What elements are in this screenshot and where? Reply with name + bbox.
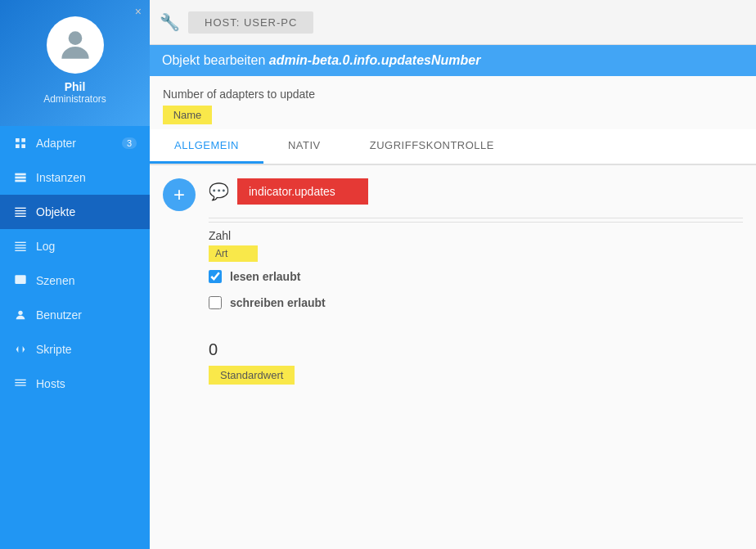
- zahl-label: Zahl: [209, 229, 743, 242]
- sidebar-item-skripte[interactable]: Skripte: [0, 332, 150, 367]
- content-area: Number of adapters to update Name ALLGEM…: [150, 76, 756, 549]
- art-label: Art: [209, 245, 258, 262]
- svg-rect-15: [15, 250, 25, 251]
- svg-rect-11: [15, 216, 25, 217]
- svg-rect-4: [21, 144, 25, 148]
- form-area: + 💬 indicator.updates Zahl Art lesen erl…: [150, 165, 756, 404]
- sidebar-label-instanzen: Instanzen: [36, 171, 86, 184]
- name-label: Name: [163, 106, 212, 124]
- add-button[interactable]: +: [163, 178, 196, 211]
- write-label: schreiben erlaubt: [230, 296, 326, 309]
- sidebar-item-log[interactable]: Log: [0, 229, 150, 263]
- skripte-icon: [13, 342, 28, 357]
- svg-rect-18: [15, 380, 25, 380]
- read-label: lesen erlaubt: [230, 270, 300, 283]
- standardwert-label: Standardwert: [209, 366, 295, 385]
- tab-nativ[interactable]: NATIV: [263, 129, 345, 164]
- svg-rect-1: [16, 138, 20, 142]
- sidebar-item-hosts[interactable]: Hosts: [0, 367, 150, 401]
- wrench-icon: 🔧: [160, 12, 180, 32]
- svg-rect-2: [21, 138, 25, 142]
- svg-rect-14: [15, 247, 25, 248]
- divider: [209, 218, 743, 218]
- topbar: 🔧 HOST: USER-PC: [150, 0, 756, 45]
- svg-point-17: [18, 311, 22, 315]
- main-content: 🔧 HOST: USER-PC Objekt bearbeiten admin-…: [150, 0, 756, 549]
- value-number: 0: [209, 340, 743, 359]
- svg-rect-8: [15, 208, 25, 209]
- sidebar-item-objekte[interactable]: Objekte: [0, 195, 150, 229]
- log-icon: [13, 239, 28, 254]
- indicator-row: 💬 indicator.updates: [209, 178, 743, 205]
- svg-rect-9: [15, 210, 25, 211]
- svg-rect-3: [16, 144, 20, 148]
- svg-rect-7: [15, 180, 25, 182]
- svg-rect-10: [15, 213, 25, 214]
- sidebar-item-szenen[interactable]: Szenen: [0, 263, 150, 298]
- host-button[interactable]: HOST: USER-PC: [188, 11, 313, 34]
- tab-zugriffskontrolle[interactable]: ZUGRIFFSKONTROLLE: [345, 129, 519, 164]
- user-role: Administrators: [43, 93, 106, 105]
- tab-allgemein[interactable]: ALLGEMEIN: [150, 129, 263, 164]
- user-section: × Phil Administrators: [0, 0, 150, 126]
- sidebar-label-adapter: Adapter: [36, 137, 76, 150]
- comment-icon: 💬: [209, 182, 229, 201]
- adapter-icon: [13, 136, 28, 151]
- sidebar: × Phil Administrators Adapter 3 Instanze…: [0, 0, 150, 549]
- sidebar-label-log: Log: [36, 240, 55, 253]
- write-checkbox[interactable]: [209, 296, 222, 309]
- page-header-prefix: Objekt bearbeiten: [162, 53, 269, 67]
- tabs: ALLGEMEIN NATIV ZUGRIFFSKONTROLLE: [150, 129, 756, 165]
- read-checkbox[interactable]: [209, 270, 222, 283]
- adapter-badge: 3: [122, 137, 137, 149]
- name-row: Name: [150, 101, 756, 129]
- close-icon[interactable]: ×: [135, 5, 142, 18]
- form-fields: 💬 indicator.updates Zahl Art lesen erlau…: [209, 178, 743, 391]
- write-checkbox-row: schreiben erlaubt: [209, 296, 743, 309]
- svg-rect-16: [15, 275, 25, 284]
- svg-rect-13: [15, 245, 25, 245]
- svg-rect-5: [15, 173, 25, 176]
- svg-rect-20: [15, 385, 25, 385]
- sidebar-label-objekte: Objekte: [36, 205, 75, 218]
- instanzen-icon: [13, 170, 28, 185]
- benutzer-icon: [13, 308, 28, 322]
- sidebar-item-benutzer[interactable]: Benutzer: [0, 298, 150, 332]
- page-header-object-name: admin-beta.0.info.updatesNumber: [269, 53, 481, 67]
- avatar: [47, 16, 104, 74]
- svg-rect-6: [15, 177, 25, 179]
- read-checkbox-row: lesen erlaubt: [209, 270, 743, 283]
- sidebar-label-szenen: Szenen: [36, 274, 74, 287]
- sidebar-label-benutzer: Benutzer: [36, 308, 82, 322]
- sidebar-item-adapter[interactable]: Adapter 3: [0, 126, 150, 160]
- indicator-input[interactable]: indicator.updates: [237, 178, 368, 205]
- page-header: Objekt bearbeiten admin-beta.0.info.upda…: [150, 45, 756, 76]
- svg-rect-12: [15, 242, 25, 243]
- value-section: 0 Standardwert: [209, 334, 743, 391]
- user-name: Phil: [65, 80, 86, 93]
- hosts-icon: [13, 376, 28, 391]
- svg-rect-19: [15, 382, 25, 383]
- sidebar-label-skripte: Skripte: [36, 343, 72, 356]
- svg-point-0: [68, 31, 82, 45]
- sidebar-label-hosts: Hosts: [36, 377, 65, 390]
- objekte-icon: [13, 205, 28, 219]
- field-row: Zahl Art lesen erlaubt schreiben erlaubt: [209, 222, 743, 321]
- szenen-icon: [13, 273, 28, 288]
- sidebar-item-instanzen[interactable]: Instanzen: [0, 160, 150, 195]
- object-description: Number of adapters to update: [150, 76, 756, 101]
